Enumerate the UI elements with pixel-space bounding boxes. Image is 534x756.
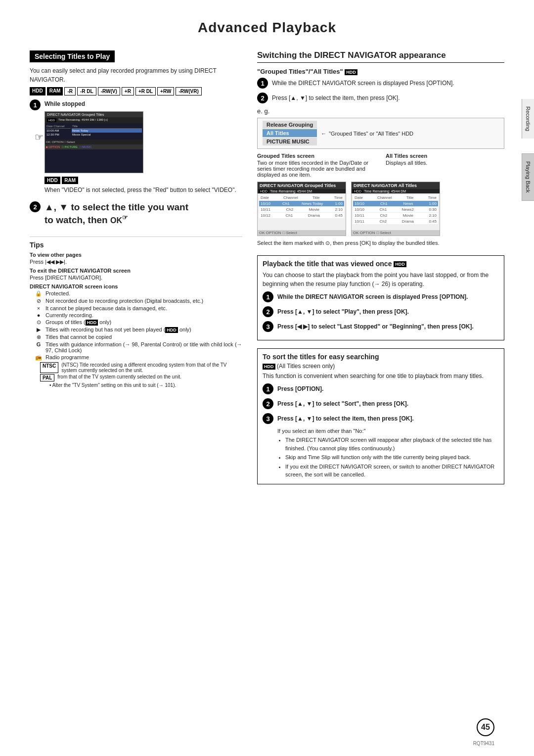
ntsc-note: (NTSC) Title recorded using a different … [61,362,242,373]
grouped-ss-title: DIRECT NAVIGATOR Grouped Titles [258,182,346,189]
icon-row-guidance: G Titles with guidance information (→ 98… [35,341,242,353]
icon-row-recording: ● Currently recording. [35,312,242,318]
all-titles-screenshot: DIRECT NAVIGATOR All Titles HDD Time Rem… [351,182,440,236]
ntsc-pal-block: NTSC (NTSC) Title recorded using a diffe… [40,362,242,388]
all-desc: Displays all titles. [386,160,504,166]
format-badges: HDD RAM -R -R DL -RW(V) +R +R DL +RW -RW… [30,87,242,95]
playback-step3-circle: 3 [263,321,273,332]
sort-badge-sub: (All Titles screen only) [277,363,335,370]
grouped-ss-row3: 10/12Ch1Drama0:45 [259,213,344,218]
all-label: All Titles screen [386,153,504,159]
pal-desc: from that of the TV system currently sel… [57,374,181,381]
damaged-icon: × [35,305,43,311]
sort-step1-circle: 1 [263,383,273,394]
switch-step1-text: While the DIRECT NAVIGATOR screen is dis… [272,78,454,88]
left-column: Selecting Titles to Play You can easily … [30,50,242,489]
playback-step1-circle: 1 [263,291,273,302]
no-copy-desc: Titles that cannot be copied [45,334,242,340]
sort-step3: 3 Press [▲, ▼] to select the item, then … [263,413,499,424]
grouped-ss-row-header: DateChannelTitleTime [259,195,344,200]
sort-title: To sort the titles for easy searching [263,353,499,361]
badge-ram-note: RAM [62,177,78,184]
lock-desc: Protected. [45,290,242,296]
page-number: 45 [477,718,494,736]
two-col-desc: Grouped Titles screen Two or more titles… [257,153,504,178]
switch-step1: 1 While the DIRECT NAVIGATOR screen is d… [257,78,504,89]
recording-label: Recording [525,106,531,131]
guidance-desc: Titles with guidance information (→ 98, … [45,341,242,353]
playing-label: Playing Back [525,161,531,193]
switch-step2-text: Press [▲, ▼] to select the item, then pr… [272,93,400,102]
badge-rwv: -RW(V) [98,87,120,95]
all-ss-row-header: DateChannelTitleTime [353,195,438,200]
unplayed-icon: ▶ [35,327,43,333]
playback-title: Playback the title that was viewed once … [263,260,499,268]
icon-row-not-recorded: ⊘ Not recorded due to recording protecti… [35,298,242,304]
ntsc-badge: NTSC [40,362,58,373]
step2-text: ▲, ▼ to select the title you wantto watc… [44,201,188,227]
badge-plusrdl: +R DL [135,87,156,95]
pal-row: PAL from that of the TV system currently… [40,374,242,381]
step2-circle: 2 [30,201,41,212]
all-ss-row1: 10/10Ch1News1:00 [353,201,438,206]
all-ss-row4: 10/11Ch2Drama0:45 [353,219,438,224]
step2-content: ▲, ▼ to select the title you wantto watc… [44,201,188,227]
menu-item-picture: PICTURE MUSIC [263,138,317,145]
alter-note: • Alter the "TV System" setting on this … [49,382,242,388]
sidebar-playing: Playing Back [522,153,534,201]
icon-row-radio: 📻 Radio programme [35,354,242,361]
playback-section: Playback the title that was viewed once … [257,255,504,340]
playback-step1-text: While the DIRECT NAVIGATOR screen is dis… [277,291,468,301]
step1-circle: 1 [30,99,41,110]
hdd-ram-note: When "VIDEO" is not selected, press the … [44,186,236,194]
step1-content: While stopped DIRECT NAVIGATOR Grouped T… [44,99,236,197]
sort-step2-text: Press [▲, ▼] to select "Sort", then pres… [277,398,408,408]
all-ss-body: DateChannelTitleTime 10/10Ch1News1:00 10… [352,193,440,230]
playback-step2-circle: 2 [263,306,273,317]
playback-step3-text: Press [◀ ▶] to select "Last Stopped" or … [277,321,474,331]
badge-plusrw: +RW [157,87,174,95]
radio-icon: 📻 [35,354,43,361]
sort-step3-circle: 3 [263,413,273,424]
sort-if-text: If you select an item other than "No:" [277,428,499,434]
menu-items: Release Grouping All Titles PICTURE MUSI… [263,121,317,146]
step1-block: 1 While stopped DIRECT NAVIGATOR Grouped… [30,99,242,197]
eg-label: e. g. [257,107,269,115]
eg-section: e. g. Release Grouping All Titles PICTUR… [257,107,504,149]
not-recorded-desc: Not recorded due to recording protection… [45,298,242,304]
sort-step2-circle: 2 [263,398,273,409]
sort-section: To sort the titles for easy searching HD… [257,348,504,484]
sort-desc: This function is convenient when searchi… [263,372,499,380]
step2-block: 2 ▲, ▼ to select the title you wantto wa… [30,201,242,227]
guidance-icon: G [35,341,43,347]
not-recorded-icon: ⊘ [35,298,43,304]
icon-row-groups: ⊙ Groups of titles (HDD only) [35,319,242,326]
exit-label: To exit the DIRECT NAVIGATOR screen [30,268,242,274]
switching-title: Switching the DIRECT NAVIGATOR appearanc… [257,50,504,63]
arrow-text: "Grouped Titles" or "All Titles" HDD [329,131,413,137]
sort-step1: 1 Press [OPTION]. [263,383,499,394]
badge-hdd-note: HDD [44,177,60,184]
groups-icon: ⊙ [35,319,43,326]
all-ss-bottom: OK OPTION□ Select [352,230,440,236]
grouped-ss-body: DateChannelTitleTime 10/10Ch1News Today1… [258,193,346,230]
tips-title: Tips [30,241,242,249]
badge-rdl: -R DL [77,87,96,95]
arrow-icon: ← [321,131,326,137]
menu-item-all: All Titles [263,129,317,137]
grouped-desc-col: Grouped Titles screen Two or more titles… [257,153,376,178]
all-ss-title: DIRECT NAVIGATOR All Titles [352,182,440,189]
hdd-badge-sort: HDD [263,364,275,370]
all-ss-row2: 10/10Ch1News20:30 [353,207,438,212]
icon-row-damaged: × It cannot be played because data is da… [35,305,242,311]
sort-bullet-2: Skip and Time Slip will function only wi… [285,453,499,462]
sort-badge-line: HDD (All Titles screen only) [263,363,499,370]
selecting-titles-section: Selecting Titles to Play You can easily … [30,50,242,227]
sort-step2: 2 Press [▲, ▼] to select "Sort", then pr… [263,398,499,409]
all-ss-row3: 10/11Ch2Movie2:10 [353,213,438,218]
switch-step1-circle: 1 [257,78,268,89]
unplayed-desc: Titles with recording but has not yet be… [45,327,242,333]
playback-step2-text: Press [▲, ▼] to select "Play", then pres… [277,306,409,316]
no-copy-icon: ⊗ [35,334,43,340]
arrow-label: ← "Grouped Titles" or "All Titles" HDD [321,131,413,137]
